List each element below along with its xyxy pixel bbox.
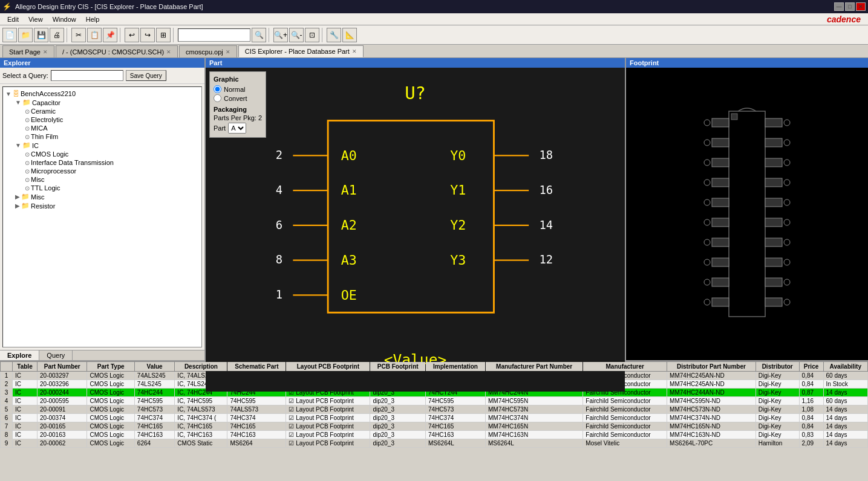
open-button[interactable]: 📁 (18, 28, 33, 42)
menu-view[interactable]: View (24, 15, 48, 24)
fp-pin-r6 (765, 198, 782, 207)
table-row[interactable]: 5IC20-00091CMOS Logic74HC573IC, 74ALS573… (1, 405, 868, 414)
pin-num-14: 14 (540, 219, 553, 231)
normal-radio[interactable] (214, 85, 221, 93)
footprint-panel: Footprint (626, 58, 868, 360)
menu-edit[interactable]: Edit (2, 15, 24, 24)
tree-item-misc-ic[interactable]: ⊙ Misc (5, 175, 199, 184)
zoom-out-button[interactable]: 🔍- (289, 28, 304, 42)
fp-circle-r5 (784, 219, 790, 225)
cell-implementation: 74HC165 (426, 422, 486, 431)
tab-project[interactable]: cmoscpu.opj ✕ (179, 45, 237, 57)
cell-price: 0,84 (799, 414, 823, 422)
cell-distributor: Digi-Key (755, 380, 799, 389)
tab-cis-close[interactable]: ✕ (352, 48, 357, 54)
cell-schematicPart: 74HC163 (227, 431, 286, 439)
cell-distributor: Hamilton (755, 439, 799, 448)
pin-label-y0: Y0 (450, 148, 466, 163)
cell-manufacturer: Fairchild Semiconductor (583, 397, 667, 405)
table-row[interactable]: 8IC20-00163CMOS Logic74HC163IC, 74HC1637… (1, 431, 868, 439)
grid-button[interactable]: ⊞ (156, 28, 171, 42)
undo-button[interactable]: ↩ (125, 28, 139, 42)
table-row[interactable]: 6IC20-00374CMOS Logic74HC374IC, 74HC374 … (1, 414, 868, 422)
search-input[interactable] (178, 28, 250, 42)
tree-label-capacitor: Capacitor (32, 99, 60, 106)
tab-project-close[interactable]: ✕ (226, 49, 230, 55)
footprint-content (626, 68, 868, 360)
cell-partType: CMOS Logic (87, 397, 134, 405)
new-button[interactable]: 📄 (2, 28, 17, 42)
convert-radio[interactable] (214, 94, 221, 102)
redo-button[interactable]: ↪ (140, 28, 155, 42)
col-value: Value (134, 362, 175, 372)
toolbar-sep-1 (67, 28, 69, 42)
fp-pin-r4 (765, 238, 782, 247)
cell-distPartNumber: MM74HC374N-ND (667, 414, 756, 422)
search-button[interactable]: 🔍 (252, 28, 266, 42)
cut-button[interactable]: ✂ (71, 28, 86, 42)
cell-distPartNumber: MM74HC163N-ND (667, 431, 756, 439)
title-bar-controls[interactable]: — □ ✕ (834, 2, 866, 11)
pin-label-y3: Y3 (450, 253, 466, 268)
wire-button[interactable]: 📐 (342, 28, 357, 42)
cadence-logo: cadence (827, 15, 866, 24)
col-description: Description (175, 362, 227, 372)
tree-view[interactable]: ▼ 🗄 BenchAccess2210 ▼ 📁 Capacitor ⊙ Cera… (2, 86, 202, 347)
tree-item-mica[interactable]: ⊙ MICA (5, 124, 199, 132)
zoom-fit-button[interactable]: ⊡ (305, 28, 319, 42)
explore-tab[interactable]: Explore (0, 350, 39, 360)
fp-pin-r9 (765, 138, 782, 147)
query-tab[interactable]: Query (39, 350, 73, 360)
tree-item-benchaccess[interactable]: ▼ 🗄 BenchAccess2210 (5, 89, 199, 98)
packaging-label: Packaging (214, 106, 262, 113)
save-query-button[interactable]: Save Query (126, 70, 166, 81)
tab-schematic-close[interactable]: ✕ (166, 49, 171, 55)
tab-start-page[interactable]: Start Page ✕ (2, 45, 54, 57)
save-button[interactable]: 💾 (34, 28, 48, 42)
copy-button[interactable]: 📋 (87, 28, 102, 42)
pin-label-a2: A2 (341, 218, 357, 233)
tree-item-interface[interactable]: ⊙ Interface Data Transmission (5, 158, 199, 167)
paste-button[interactable]: 📌 (103, 28, 117, 42)
tree-item-electrolytic[interactable]: ⊙ Electrolytic (5, 115, 199, 124)
pin-label-a3: A3 (341, 253, 357, 268)
table-row[interactable]: 7IC20-00165CMOS Logic74HC165IC, 74HC1657… (1, 422, 868, 431)
query-input[interactable] (51, 70, 123, 81)
tree-item-ttl[interactable]: ⊙ TTL Logic (5, 184, 199, 192)
tree-item-cmos[interactable]: ⊙ CMOS Logic (5, 150, 199, 158)
cell-availability: 14 days (823, 422, 867, 431)
table-row[interactable]: 4IC20-000595CMOS Logic74HC595IC, 74HC595… (1, 397, 868, 405)
pin-num-6: 6 (276, 219, 282, 231)
print-button[interactable]: 🖨 (50, 28, 64, 42)
tree-item-misc[interactable]: ▶ 📁 Misc (5, 192, 199, 201)
tree-item-microprocessor[interactable]: ⊙ Microprocessor (5, 167, 199, 175)
tree-expand-icon: ▼ (5, 91, 11, 97)
tree-item-thinfilm[interactable]: ⊙ Thin Film (5, 132, 199, 141)
menu-window[interactable]: Window (48, 15, 81, 24)
tree-item-ic[interactable]: ▼ 📁 IC (5, 141, 199, 150)
leaf-icon-5: ⊙ (25, 160, 30, 166)
fp-pin-r8 (765, 158, 782, 167)
tab-start-page-close[interactable]: ✕ (43, 49, 48, 55)
tab-cis-explorer[interactable]: CIS Explorer - Place Database Part ✕ (238, 45, 364, 57)
leaf-icon-6: ⊙ (25, 168, 30, 175)
tab-schematic[interactable]: / - (CMOSCPU : CMOSCPU.SCH) ✕ (56, 45, 178, 57)
table-row[interactable]: 9IC20-00062CMOS Logic6264CMOS StaticMS62… (1, 439, 868, 448)
place-part-button[interactable]: 🔧 (327, 28, 341, 42)
tree-item-resistor[interactable]: ▶ 📁 Resistor (5, 201, 199, 210)
minimize-button[interactable]: — (834, 2, 844, 11)
col-mfrpartnumber: Manufacturer Part Number (485, 362, 582, 372)
zoom-in-button[interactable]: 🔍+ (273, 28, 288, 42)
menu-help[interactable]: Help (81, 15, 105, 24)
cell-manufacturer: Mosel Vitelic (583, 439, 667, 448)
close-button[interactable]: ✕ (856, 2, 866, 11)
maximize-button[interactable]: □ (845, 2, 855, 11)
tree-item-ceramic[interactable]: ⊙ Ceramic (5, 107, 199, 115)
pin-num-oe: 1 (276, 288, 282, 301)
fp-pin-l4 (712, 178, 729, 187)
part-selector[interactable]: A (228, 123, 246, 134)
col-price: Price (799, 362, 823, 372)
tree-item-capacitor[interactable]: ▼ 📁 Capacitor (5, 98, 199, 107)
col-parttype: Part Type (87, 362, 134, 372)
cell-table: IC (13, 397, 38, 405)
